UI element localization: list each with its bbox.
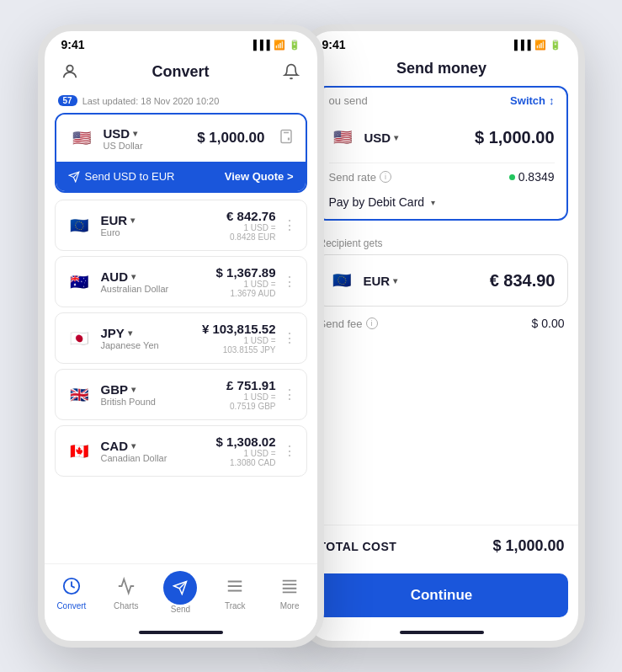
nav-send[interactable]: Send <box>159 571 201 614</box>
jpy-dots[interactable]: ⋮ <box>283 330 296 346</box>
calculator-icon[interactable] <box>279 129 294 147</box>
list-item[interactable]: 🇯🇵 JPY ▾ Japanese Yen ¥ 103,815.52 1 USD… <box>55 312 307 364</box>
time-left: 9:41 <box>61 38 85 51</box>
nav-convert-label: Convert <box>56 601 86 611</box>
nav-track[interactable]: Track <box>214 574 256 611</box>
rate-info-icon[interactable]: i <box>380 171 391 183</box>
gbp-dots[interactable]: ⋮ <box>283 387 296 403</box>
you-send-card: ou send Switch ↕ 🇺🇸 USD ▾ <box>316 86 568 221</box>
cad-dots[interactable]: ⋮ <box>283 443 296 459</box>
gbp-amount-area: £ 751.91 1 USD = 0.7519 GBP <box>226 378 275 411</box>
recipient-code[interactable]: EUR ▾ <box>364 274 398 288</box>
usd-info: USD ▾ US Dollar <box>104 126 143 151</box>
signal-icon-right: ▐▐▐ <box>511 40 530 50</box>
profile-icon[interactable] <box>58 60 82 83</box>
aud-info: AUD ▾ Australian Dollar <box>101 269 169 294</box>
send-label: Send USD to EUR <box>68 170 175 183</box>
list-item[interactable]: 🇪🇺 EUR ▾ Euro € 842.76 1 USD = 0.8428 EU… <box>55 200 307 251</box>
send-icon <box>163 571 197 605</box>
last-updated-text: Last updated: 18 Nov 2020 10:20 <box>82 96 220 106</box>
cad-code: CAD ▾ <box>101 439 167 453</box>
svg-point-0 <box>66 66 72 72</box>
recipient-section: Recipient gets 🇪🇺 EUR ▾ € 834.90 <box>306 229 578 307</box>
nav-more-label: More <box>280 601 300 611</box>
status-bar-right: 9:41 ▐▐▐ 📶 🔋 <box>306 31 578 55</box>
fee-info-icon[interactable]: i <box>366 317 378 329</box>
currency-list: 🇪🇺 EUR ▾ Euro € 842.76 1 USD = 0.8428 EU… <box>45 193 317 563</box>
list-item[interactable]: 🇨🇦 CAD ▾ Canadian Dollar $ 1,308.02 1 US… <box>55 425 307 477</box>
aud-flag: 🇦🇺 <box>66 269 93 296</box>
you-send-header: ou send Switch ↕ <box>317 88 566 112</box>
jpy-code: JPY ▾ <box>101 326 159 340</box>
jpy-rate: 1 USD = 103.8155 JPY <box>202 336 276 355</box>
pay-by-row[interactable]: Pay by Debit Card ▾ <box>317 190 566 219</box>
header-left: Convert <box>45 55 317 92</box>
nav-charts[interactable]: Charts <box>105 574 147 611</box>
wifi-icon: 📶 <box>274 40 285 51</box>
aud-amount: $ 1,367.89 <box>216 265 276 280</box>
update-badge: 57 <box>58 95 77 106</box>
jpy-flag: 🇯🇵 <box>66 325 93 352</box>
usd-amount: $ 1,000.00 <box>197 130 264 147</box>
aud-row-left: 🇦🇺 AUD ▾ Australian Dollar <box>66 269 169 296</box>
send-rate-label: Send rate i <box>329 171 391 184</box>
view-quote-btn[interactable]: View Quote > <box>225 170 294 183</box>
jpy-name: Japanese Yen <box>101 340 159 350</box>
nav-more[interactable]: More <box>268 574 311 611</box>
jpy-amount: ¥ 103,815.52 <box>202 322 276 336</box>
nav-send-label: Send <box>171 605 190 614</box>
aud-code: AUD ▾ <box>101 269 169 284</box>
send-fee-label: Send fee i <box>319 317 378 330</box>
aud-dots[interactable]: ⋮ <box>283 274 296 290</box>
list-item[interactable]: 🇬🇧 GBP ▾ British Pound £ 751.91 1 USD = … <box>55 369 307 420</box>
usd-code: USD ▾ <box>104 126 143 141</box>
signal-icon: ▐▐▐ <box>250 40 269 50</box>
wifi-icon-right: 📶 <box>534 40 546 51</box>
switch-button[interactable]: Switch ↕ <box>510 94 554 107</box>
sender-code[interactable]: USD ▾ <box>364 131 399 145</box>
switch-arrows-icon: ↕ <box>549 94 555 107</box>
list-item[interactable]: 🇦🇺 AUD ▾ Australian Dollar $ 1,367.89 1 … <box>55 256 307 307</box>
more-icon <box>278 574 301 598</box>
aud-amount-area: $ 1,367.89 1 USD = 1.3679 AUD <box>216 265 276 298</box>
time-right: 9:41 <box>322 38 346 51</box>
recipient-currency-row: 🇪🇺 EUR ▾ € 834.90 <box>316 255 567 306</box>
home-indicator-right <box>400 631 484 634</box>
cad-name: Canadian Dollar <box>101 453 167 463</box>
home-indicator-left <box>139 631 223 634</box>
rate-dot <box>509 174 515 180</box>
continue-button[interactable]: Continue <box>316 573 568 617</box>
nav-convert[interactable]: Convert <box>51 574 93 611</box>
gbp-info: GBP ▾ British Pound <box>101 382 156 407</box>
sender-currency-left: 🇺🇸 USD ▾ <box>329 124 399 151</box>
eur-row-left: 🇪🇺 EUR ▾ Euro <box>66 212 136 239</box>
usd-flag: 🇺🇸 <box>68 125 95 152</box>
usd-amount-area: $ 1,000.00 <box>197 129 293 147</box>
left-phone: 9:41 ▐▐▐ 📶 🔋 Convert 57 <box>38 24 324 648</box>
recipient-currency-left: 🇪🇺 EUR ▾ <box>328 267 398 294</box>
bottom-nav-left: Convert Charts Send <box>45 563 317 627</box>
cad-amount: $ 1,308.02 <box>216 435 276 449</box>
battery-icon: 🔋 <box>289 40 300 51</box>
pay-by-caret: ▾ <box>431 198 435 207</box>
eur-rate: 1 USD = 0.8428 EUR <box>226 223 275 242</box>
charts-icon <box>114 574 138 598</box>
cad-info: CAD ▾ Canadian Dollar <box>101 439 167 463</box>
main-currency-card[interactable]: 🇺🇸 USD ▾ US Dollar $ 1,000.00 <box>55 113 307 193</box>
total-cost-label: TOTAL COST <box>319 540 397 553</box>
nav-charts-label: Charts <box>114 601 138 611</box>
sender-amount: $ 1,000.00 <box>475 128 555 147</box>
bell-icon[interactable] <box>279 60 303 83</box>
eur-code: EUR ▾ <box>101 213 136 227</box>
currency-left: 🇺🇸 USD ▾ US Dollar <box>68 125 143 152</box>
rate-row: Send rate i 0.8349 <box>317 163 566 190</box>
recipient-flag: 🇪🇺 <box>328 267 355 294</box>
gbp-name: British Pound <box>101 397 156 407</box>
aud-rate: 1 USD = 1.3679 AUD <box>216 280 276 298</box>
gbp-flag: 🇬🇧 <box>66 381 93 408</box>
cad-row-right: $ 1,308.02 1 USD = 1.3080 CAD ⋮ <box>216 435 296 467</box>
eur-dots[interactable]: ⋮ <box>283 217 296 233</box>
aud-name: Australian Dollar <box>101 284 169 294</box>
status-icons-left: ▐▐▐ 📶 🔋 <box>250 40 300 51</box>
send-quote-bar[interactable]: Send USD to EUR View Quote > <box>56 162 306 191</box>
